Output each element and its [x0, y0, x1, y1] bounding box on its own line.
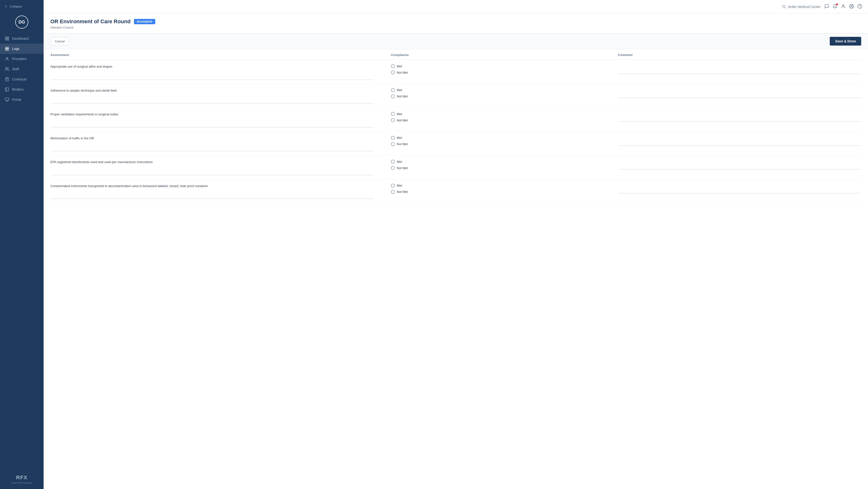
not-met-label-5: Not Met: [397, 166, 408, 170]
not-met-label-6: Not Met: [397, 190, 408, 194]
svg-point-9: [6, 67, 7, 69]
messages-icon[interactable]: [825, 4, 829, 10]
table-row: Contaminated instruments transported to …: [51, 179, 861, 203]
not-met-option-3[interactable]: Not Met: [391, 118, 618, 122]
compliance-options-3: Met Not Met: [391, 112, 618, 122]
sidebar-item-staff[interactable]: Staff: [0, 64, 43, 74]
col-header-comment: Comment: [618, 49, 861, 60]
topbar-search[interactable]: Antler Medical Center: [782, 5, 820, 9]
sidebar-item-providers[interactable]: Providers: [0, 54, 43, 64]
not-met-radio-5[interactable]: [391, 166, 395, 170]
not-met-radio-4[interactable]: [391, 142, 395, 146]
compliance-options-1: Met Not Met: [391, 64, 618, 75]
not-met-option-2[interactable]: Not Met: [391, 94, 618, 98]
svg-point-22: [851, 6, 852, 7]
not-met-option-1[interactable]: Not Met: [391, 70, 618, 75]
met-option-1[interactable]: Met: [391, 64, 618, 68]
sidebar-item-logs[interactable]: Logs: [0, 44, 43, 54]
comment-field-6[interactable]: [618, 184, 861, 193]
comment-field-4[interactable]: [618, 136, 861, 146]
sidebar-label-providers: Providers: [12, 57, 26, 61]
met-radio-3[interactable]: [391, 112, 395, 116]
search-icon: [782, 5, 786, 9]
assessment-note-1[interactable]: [51, 71, 374, 80]
not-met-label-2: Not Met: [397, 94, 408, 98]
page-subtitle: Infection Control: [51, 26, 861, 29]
met-radio-6[interactable]: [391, 184, 395, 188]
avatar: DG: [15, 16, 28, 29]
comment-field-3[interactable]: [618, 112, 861, 122]
compliance-options-4: Met Not Met: [391, 136, 618, 146]
met-option-3[interactable]: Met: [391, 112, 618, 116]
main-content: Antler Medical Center OR Environment of: [43, 0, 868, 489]
met-radio-2[interactable]: [391, 88, 395, 92]
sidebar-item-contracts[interactable]: Contracts: [0, 74, 43, 84]
comment-field-5[interactable]: [618, 160, 861, 169]
svg-line-20: [785, 7, 785, 8]
met-option-4[interactable]: Met: [391, 136, 618, 140]
svg-point-19: [782, 5, 785, 8]
assessment-note-5[interactable]: [51, 167, 374, 175]
assessment-note-2[interactable]: [51, 95, 374, 104]
not-met-label-4: Not Met: [397, 142, 408, 146]
met-option-6[interactable]: Met: [391, 184, 618, 188]
assessment-note-6[interactable]: [51, 190, 374, 199]
not-met-radio-1[interactable]: [391, 70, 395, 75]
collapse-button[interactable]: Collapse: [0, 0, 43, 12]
table-row: Proper ventilation requirements in surgi…: [51, 108, 861, 132]
sidebar-label-staff: Staff: [12, 67, 19, 71]
not-met-radio-3[interactable]: [391, 118, 395, 122]
sidebar-label-portal: Portal: [12, 98, 21, 102]
not-met-option-5[interactable]: Not Met: [391, 166, 618, 170]
collapse-icon: [4, 4, 8, 8]
notifications-icon[interactable]: [833, 4, 837, 10]
settings-icon[interactable]: [849, 4, 854, 10]
met-radio-4[interactable]: [391, 136, 395, 140]
svg-rect-16: [5, 98, 9, 100]
dashboard-icon: [5, 36, 9, 41]
topbar-org-name: Antler Medical Center: [788, 5, 820, 9]
assessment-text: Appropriate use of surgical attire and d…: [51, 64, 391, 69]
met-radio-1[interactable]: [391, 64, 395, 68]
topbar: Antler Medical Center: [43, 0, 868, 13]
sidebar: Collapse DG Dashboard Logs Providers: [0, 0, 43, 489]
assessment-text: Proper ventilation requirements in surgi…: [51, 112, 391, 117]
sidebar-footer: RFX ©2024 RFX Solutions: [0, 470, 43, 489]
notification-dot: [836, 3, 838, 5]
not-met-radio-2[interactable]: [391, 94, 395, 98]
svg-point-8: [6, 57, 8, 59]
page-header: OR Environment of Care Round Incomplete …: [43, 13, 868, 33]
met-label-3: Met: [397, 112, 402, 116]
not-met-option-6[interactable]: Not Met: [391, 190, 618, 194]
not-met-radio-6[interactable]: [391, 190, 395, 194]
collapse-label: Collapse: [10, 5, 22, 8]
compliance-options-6: Met Not Met: [391, 184, 618, 194]
cancel-button[interactable]: Cancel: [51, 37, 69, 45]
sidebar-item-binders[interactable]: Binders: [0, 84, 43, 94]
not-met-label-1: Not Met: [397, 71, 408, 75]
assessment-note-4[interactable]: [51, 142, 374, 151]
sidebar-item-dashboard[interactable]: Dashboard: [0, 33, 43, 44]
met-option-5[interactable]: Met: [391, 160, 618, 164]
not-met-option-4[interactable]: Not Met: [391, 142, 618, 146]
met-label-6: Met: [397, 184, 402, 187]
svg-rect-3: [7, 39, 9, 40]
sidebar-item-portal[interactable]: Portal: [0, 94, 43, 105]
user-icon[interactable]: [841, 4, 846, 10]
assessment-text: Minimization of traffic in the OR: [51, 136, 391, 141]
met-label-1: Met: [397, 64, 402, 68]
col-header-assessment: Assessment: [51, 49, 391, 60]
save-done-button[interactable]: Save & Done: [830, 37, 861, 46]
comment-field-1[interactable]: [618, 64, 861, 74]
met-option-2[interactable]: Met: [391, 88, 618, 92]
help-icon[interactable]: [857, 4, 862, 10]
assessment-note-3[interactable]: [51, 119, 374, 127]
assessment-text: Contaminated instruments transported to …: [51, 184, 391, 189]
svg-rect-14: [5, 88, 9, 91]
met-radio-5[interactable]: [391, 160, 395, 164]
met-label-5: Met: [397, 160, 402, 164]
svg-rect-6: [5, 49, 7, 50]
comment-field-2[interactable]: [618, 88, 861, 98]
not-met-label-3: Not Met: [397, 118, 408, 122]
assessment-text: Adherence to aseptic technique and steri…: [51, 88, 391, 93]
